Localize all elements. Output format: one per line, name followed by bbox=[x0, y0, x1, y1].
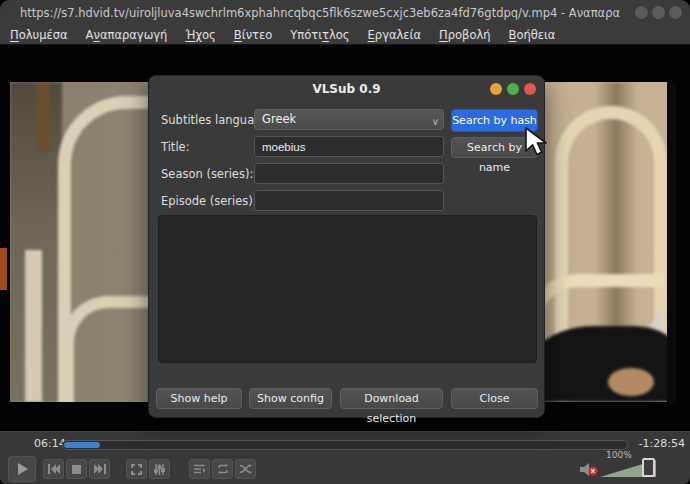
chevron-down-icon: ∨ bbox=[432, 112, 439, 131]
dialog-window-buttons bbox=[490, 83, 536, 95]
stop-icon bbox=[72, 465, 81, 474]
next-button[interactable] bbox=[89, 459, 110, 479]
window-button-close[interactable] bbox=[669, 6, 682, 19]
mute-button[interactable] bbox=[580, 462, 598, 476]
next-icon bbox=[94, 464, 106, 474]
row-title: Title: Search by name bbox=[149, 136, 544, 159]
season-label: Season (series): bbox=[161, 167, 253, 181]
window-titlebar: https://s7.hdvid.tv/uiroljluva4swchrlm6x… bbox=[0, 0, 690, 26]
loop-icon bbox=[217, 464, 229, 474]
remaining-time[interactable]: -1:28:54 bbox=[639, 437, 685, 450]
dialog-minimize-icon[interactable] bbox=[490, 83, 502, 95]
control-bar: 06:14 -1:28:54 bbox=[0, 431, 690, 484]
show-help-button[interactable]: Show help bbox=[156, 388, 242, 409]
menu-item-4[interactable]: Βίντεο bbox=[234, 28, 272, 42]
menu-item-5[interactable]: Υπότιτλος bbox=[290, 28, 349, 42]
dialog-close-icon[interactable] bbox=[524, 83, 536, 95]
menu-item-7[interactable]: Προβολή bbox=[439, 28, 490, 42]
volume-slider-handle[interactable] bbox=[642, 458, 655, 477]
volume-cluster: 100% bbox=[580, 450, 690, 484]
previous-icon bbox=[48, 464, 60, 474]
download-selection-button[interactable]: Download selection bbox=[340, 388, 443, 409]
vlc-window: https://s7.hdvid.tv/uiroljluva4swchrlm6x… bbox=[0, 0, 690, 484]
season-input[interactable] bbox=[254, 163, 444, 184]
row-subtitles-language: Subtitles language: Greek ∨ Search by ha… bbox=[149, 109, 544, 132]
row-episode: Episode (series): bbox=[149, 190, 544, 213]
mute-icon bbox=[580, 462, 600, 477]
title-label: Title: bbox=[161, 140, 190, 154]
vlsub-dialog: VLSub 0.9 Subtitles language: Greek ∨ Se… bbox=[148, 75, 545, 418]
shuffle-icon bbox=[240, 464, 252, 474]
loop-button[interactable] bbox=[212, 459, 233, 479]
window-button-maximize[interactable] bbox=[652, 6, 665, 19]
fullscreen-icon bbox=[131, 464, 142, 475]
fullscreen-button[interactable] bbox=[126, 459, 147, 479]
row-season: Season (series): bbox=[149, 163, 544, 186]
episode-input[interactable] bbox=[254, 190, 444, 211]
menu-item-1[interactable]: Πολυμέσα bbox=[10, 28, 68, 42]
episode-label: Episode (series): bbox=[161, 194, 257, 208]
window-buttons bbox=[635, 6, 682, 19]
dialog-title: VLSub 0.9 bbox=[149, 76, 544, 102]
shuffle-button[interactable] bbox=[235, 459, 256, 479]
extended-settings-button[interactable] bbox=[149, 459, 170, 479]
title-input[interactable] bbox=[254, 136, 444, 157]
stop-button[interactable] bbox=[66, 459, 87, 479]
playlist-icon bbox=[194, 464, 205, 474]
menu-item-2[interactable]: Αναπαραγωγή bbox=[86, 28, 168, 42]
previous-button[interactable] bbox=[43, 459, 64, 479]
window-button-minimize[interactable] bbox=[635, 6, 648, 19]
play-button[interactable] bbox=[8, 456, 36, 482]
playlist-button[interactable] bbox=[189, 459, 210, 479]
language-select[interactable]: Greek ∨ bbox=[254, 109, 444, 130]
show-config-button[interactable]: Show config bbox=[249, 388, 332, 409]
subtitles-results-list[interactable] bbox=[158, 215, 537, 363]
play-icon bbox=[16, 462, 29, 476]
mouse-cursor bbox=[524, 127, 548, 158]
language-select-value: Greek bbox=[262, 112, 296, 126]
seek-bar[interactable] bbox=[62, 440, 628, 450]
menu-item-3[interactable]: Ήχος bbox=[185, 28, 215, 42]
close-button[interactable]: Close bbox=[451, 388, 538, 409]
volume-percent-label: 100% bbox=[606, 450, 632, 460]
menu-bar: ΠολυμέσαΑναπαραγωγήΉχοςΒίντεοΥπότιτλοςΕρ… bbox=[0, 26, 690, 45]
seek-progress bbox=[64, 442, 100, 448]
equalizer-icon bbox=[154, 464, 165, 475]
menu-item-6[interactable]: Εργαλεία bbox=[368, 28, 421, 42]
window-title: https://s7.hdvid.tv/uiroljluva4swchrlm6x… bbox=[20, 0, 620, 26]
elapsed-time: 06:14 bbox=[34, 437, 66, 450]
dialog-titlebar[interactable]: VLSub 0.9 bbox=[149, 76, 544, 102]
menu-item-8[interactable]: Βοήθεια bbox=[509, 28, 556, 42]
dialog-maximize-icon[interactable] bbox=[507, 83, 519, 95]
